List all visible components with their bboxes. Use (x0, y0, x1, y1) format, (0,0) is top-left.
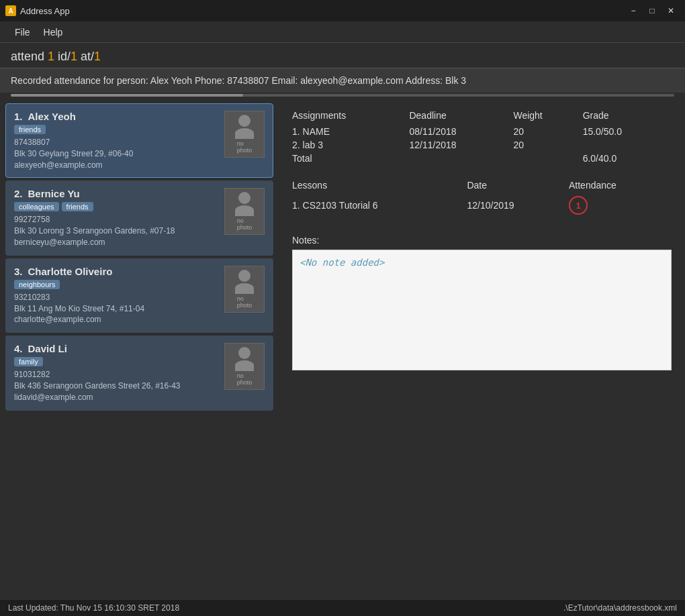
person-email-3: charlotte@example.com (14, 314, 218, 325)
tag-list-4: family (14, 357, 218, 366)
col-date: Date (467, 178, 569, 195)
person-name-2: 2.Bernice Yu (14, 188, 218, 199)
assign-grade: 6.0/40.0 (583, 152, 672, 165)
scroll-hint (0, 93, 685, 98)
photo-label: nophoto (237, 217, 253, 231)
lesson-label: 1. CS2103 Tutorial 6 (292, 195, 467, 216)
assignment-row-2: 2. lab 3 12/11/2018 20 (292, 138, 672, 152)
assign-weight (513, 152, 582, 165)
attendance-circle: 1 (569, 196, 588, 215)
col-deadline: Deadline (409, 109, 513, 125)
photo-body (235, 283, 254, 294)
assign-label: 1. NAME (292, 125, 409, 138)
person-photo-3: nophoto (224, 266, 265, 313)
person-phone-2: 99272758 (14, 214, 218, 225)
close-button[interactable]: ✕ (662, 4, 680, 17)
feedback-bar: Recorded attendance for person: Alex Yeo… (0, 68, 685, 93)
tag-colleagues: colleagues (14, 202, 59, 211)
person-address-1: Blk 30 Geylang Street 29, #06-40 (14, 148, 218, 160)
assign-weight: 20 (513, 138, 582, 152)
photo-label: nophoto (237, 372, 253, 386)
assignment-row-1: 1. NAME 08/11/2018 20 15.0/50.0 (292, 125, 672, 138)
photo-body (235, 205, 254, 216)
person-card-3[interactable]: 3.Charlotte Oliveironeighbours93210283Bl… (5, 258, 273, 333)
photo-head (238, 347, 250, 359)
person-info-1: 1.Alex Yeohfriends87438807Blk 30 Geylang… (14, 111, 218, 170)
assign-label: 2. lab 3 (292, 138, 409, 152)
col-grade: Grade (583, 109, 672, 125)
command-keyword: attend (11, 50, 48, 63)
person-card-1[interactable]: 1.Alex Yeohfriends87438807Blk 30 Geylang… (5, 103, 273, 178)
app-title: Address App (20, 6, 70, 16)
photo-silhouette (235, 192, 254, 216)
person-info-4: 4.David Lifamily91031282Blk 436 Serangoo… (14, 343, 218, 403)
main-content: 1.Alex Yeohfriends87438807Blk 30 Geylang… (0, 98, 685, 600)
person-card-4[interactable]: 4.David Lifamily91031282Blk 436 Serangoo… (5, 336, 273, 410)
assign-grade (583, 138, 672, 152)
feedback-text: Recorded attendance for person: Alex Yeo… (11, 75, 466, 86)
scroll-thumb (11, 94, 243, 97)
tag-list-3: neighbours (14, 280, 218, 289)
menu-help[interactable]: Help (37, 25, 70, 39)
title-bar-left: A Address App (5, 5, 70, 16)
person-address-4: Blk 436 Serangoon Gardens Street 26, #16… (14, 380, 218, 392)
notes-section: Notes: <No note added> (292, 235, 672, 373)
photo-silhouette (235, 270, 254, 294)
photo-body (235, 128, 254, 139)
assign-deadline (409, 152, 513, 165)
photo-head (238, 115, 250, 127)
person-email-4: lidavid@example.com (14, 392, 218, 403)
maximize-button[interactable]: □ (643, 4, 661, 17)
command-bar: attend 1 id/1 at/1 (0, 43, 685, 68)
person-info-3: 3.Charlotte Oliveironeighbours93210283Bl… (14, 266, 218, 325)
menu-bar: File Help (0, 21, 685, 43)
tag-family: family (14, 357, 43, 366)
photo-silhouette (235, 347, 254, 371)
person-address-3: Blk 11 Ang Mo Kio Street 74, #11-04 (14, 303, 218, 315)
menu-file[interactable]: File (8, 25, 37, 39)
assignments-section: Assignments Deadline Weight Grade 1. NAM… (292, 109, 672, 165)
tag-list-2: colleaguesfriends (14, 202, 218, 211)
window-controls: − □ ✕ (625, 4, 680, 17)
lesson-date: 12/10/2019 (467, 195, 569, 216)
person-name-3: 3.Charlotte Oliveiro (14, 266, 218, 277)
scroll-track (11, 94, 674, 97)
person-phone-1: 87438807 (14, 137, 218, 148)
person-photo-1: nophoto (224, 111, 265, 158)
person-list[interactable]: 1.Alex Yeohfriends87438807Blk 30 Geylang… (0, 98, 279, 600)
notes-label: Notes: (292, 235, 672, 246)
photo-label: nophoto (237, 295, 253, 309)
person-email-1: alexyeoh@example.com (14, 160, 218, 171)
person-address-2: Blk 30 Lorong 3 Serangoon Gardens, #07-1… (14, 225, 218, 237)
photo-body (235, 360, 254, 371)
tag-friends: friends (14, 125, 46, 134)
col-assignments: Assignments (292, 109, 409, 125)
app-icon: A (5, 5, 16, 16)
notes-textarea[interactable]: <No note added> (292, 250, 672, 370)
title-bar: A Address App − □ ✕ (0, 0, 685, 21)
person-photo-2: nophoto (224, 188, 265, 235)
person-info-2: 2.Bernice Yucolleaguesfriends99272758Blk… (14, 188, 218, 248)
minimize-button[interactable]: − (625, 4, 642, 17)
assign-deadline: 08/11/2018 (409, 125, 513, 138)
person-card-2[interactable]: 2.Bernice Yucolleaguesfriends99272758Blk… (5, 181, 273, 255)
person-phone-4: 91031282 (14, 369, 218, 380)
col-weight: Weight (513, 109, 582, 125)
right-panel: Assignments Deadline Weight Grade 1. NAM… (279, 98, 685, 600)
lesson-attendance: 1 (569, 195, 672, 216)
command-text: attend 1 id/1 at/1 (11, 50, 101, 63)
assign-label: Total (292, 152, 409, 165)
photo-silhouette (235, 115, 254, 139)
person-phone-3: 93210283 (14, 292, 218, 303)
photo-label: nophoto (237, 140, 253, 154)
photo-head (238, 270, 250, 282)
col-attendance: Attendance (569, 178, 672, 195)
tag-list-1: friends (14, 125, 218, 134)
tag-neighbours: neighbours (14, 280, 60, 289)
person-name-4: 4.David Li (14, 343, 218, 354)
col-lessons: Lessons (292, 178, 467, 195)
filepath: .\EzTutor\data\addressbook.xml (563, 603, 677, 613)
person-name-1: 1.Alex Yeoh (14, 111, 218, 122)
assignments-table: Assignments Deadline Weight Grade 1. NAM… (292, 109, 672, 165)
assign-grade: 15.0/50.0 (583, 125, 672, 138)
